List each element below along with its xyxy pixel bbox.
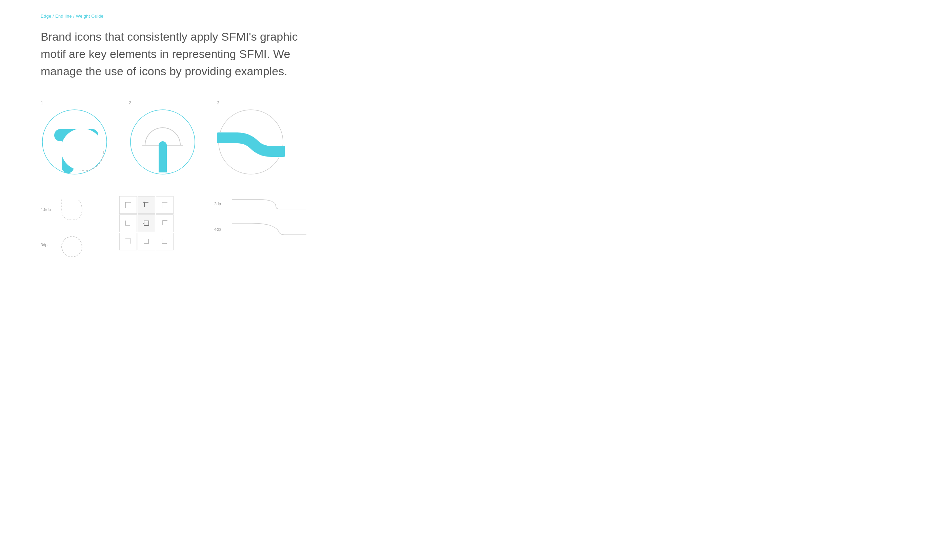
grid-cell-3-3 (156, 233, 174, 250)
grid-cell-3-2 (138, 233, 155, 250)
details-row: 1.5dp 3dp (41, 196, 908, 258)
grid-cell-2-1 (119, 214, 137, 232)
graphic-1-5dp (58, 196, 85, 223)
detail-4dp: 4dp (214, 220, 307, 239)
diagram-3-circle (217, 108, 285, 176)
diagram-2: 2 (129, 100, 197, 176)
hero-text: Brand icons that consistently apply SFMI… (41, 28, 319, 80)
svg-point-10 (62, 237, 82, 257)
detail-section-left: 1.5dp 3dp (41, 196, 85, 258)
diagram-1-number: 1 (41, 100, 43, 105)
grid-3x3 (119, 196, 174, 250)
grid-cell-2-3 (156, 214, 174, 232)
label-3dp: 3dp (41, 243, 53, 247)
detail-2dp: 2dp (214, 196, 307, 212)
label-1-5dp: 1.5dp (41, 207, 53, 212)
svg-marker-11 (143, 201, 144, 203)
breadcrumb: Edge / End line / Weight Guide (41, 14, 908, 18)
grid-cell-3-1 (119, 233, 137, 250)
svg-rect-8 (159, 145, 167, 172)
label-4dp: 4dp (214, 227, 226, 232)
diagram-3: 3 (217, 100, 285, 176)
diagram-1-circle (41, 108, 108, 176)
graphic-3dp (58, 231, 85, 258)
grid-cell-1-1 (119, 196, 137, 214)
grid-cell-1-2 (138, 196, 155, 214)
graphic-4dp (232, 220, 307, 239)
grid-cell-2-2 (138, 214, 155, 232)
detail-section-right: 2dp 4dp (214, 196, 307, 239)
svg-point-5 (61, 128, 103, 171)
detail-3dp: 3dp (41, 231, 85, 258)
breadcrumb-text: Edge / End line / Weight Guide (41, 14, 103, 18)
label-2dp: 2dp (214, 202, 226, 206)
grid-cell-1-3 (156, 196, 174, 214)
graphic-2dp (232, 196, 307, 212)
detail-section-center (119, 196, 174, 250)
diagrams-row: 1 2 (41, 100, 908, 176)
diagram-1: 1 (41, 100, 108, 176)
detail-1-5dp: 1.5dp (41, 196, 85, 223)
diagram-2-number: 2 (129, 100, 131, 105)
diagram-3-number: 3 (217, 100, 219, 105)
diagram-2-circle (129, 108, 197, 176)
svg-rect-12 (144, 221, 149, 226)
